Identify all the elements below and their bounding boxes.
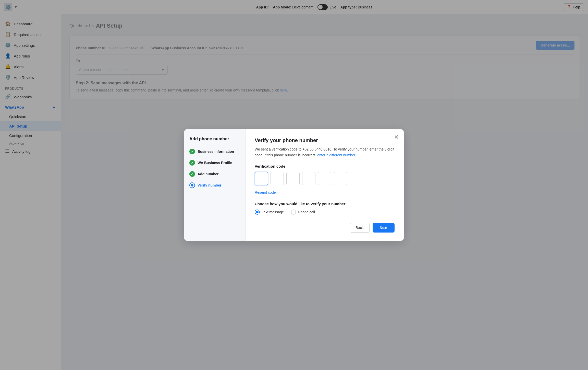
modal-close-button[interactable]: ✕	[394, 134, 399, 140]
add-phone-number-modal: Add phone number ✓ Business information …	[184, 129, 404, 241]
modal-step-verify-number: Verify number	[189, 182, 240, 188]
step-check-business-info: ✓	[189, 149, 195, 154]
modal-overlay: Add phone number ✓ Business information …	[0, 0, 588, 370]
code-inputs-group	[255, 172, 395, 185]
verify-method-label: Choose how you would like to verify your…	[255, 202, 395, 206]
modal-step-list: ✓ Business information ✓ WA Business Pro…	[189, 149, 240, 188]
modal-left-panel: Add phone number ✓ Business information …	[184, 129, 246, 241]
code-input-1[interactable]	[255, 172, 268, 185]
code-input-2[interactable]	[271, 172, 284, 185]
step-check-add-number: ✓	[189, 171, 195, 177]
phone-call-radio[interactable]	[291, 210, 296, 215]
modal-step-business-info: ✓ Business information	[189, 149, 240, 154]
code-input-3[interactable]	[286, 172, 300, 185]
text-message-radio[interactable]	[255, 210, 260, 215]
modal-right-panel: ✕ Verify your phone number We sent a ver…	[246, 129, 404, 241]
next-button[interactable]: Next	[373, 223, 395, 233]
modal-description: We sent a verification code to +52 56 54…	[255, 146, 395, 158]
text-message-option[interactable]: Text message	[255, 210, 284, 215]
verification-code-label: Verification code	[255, 164, 395, 168]
code-input-5[interactable]	[318, 172, 331, 185]
back-button[interactable]: Back	[350, 223, 370, 233]
modal-footer: Back Next	[255, 223, 395, 233]
enter-different-number-link[interactable]: enter a different number.	[317, 153, 356, 157]
modal-left-title: Add phone number	[189, 136, 240, 142]
step-check-wa-profile: ✓	[189, 160, 195, 166]
modal-step-add-number: ✓ Add number	[189, 171, 240, 177]
step-check-verify-number	[189, 182, 195, 188]
modal-step-wa-profile: ✓ WA Business Profile	[189, 160, 240, 166]
code-input-4[interactable]	[302, 172, 315, 185]
resend-code-link[interactable]: Resend code	[255, 190, 276, 194]
phone-call-option[interactable]: Phone call	[291, 210, 315, 215]
code-input-6[interactable]	[334, 172, 347, 185]
verify-method-radio-group: Text message Phone call	[255, 210, 395, 215]
modal-title: Verify your phone number	[255, 137, 395, 143]
